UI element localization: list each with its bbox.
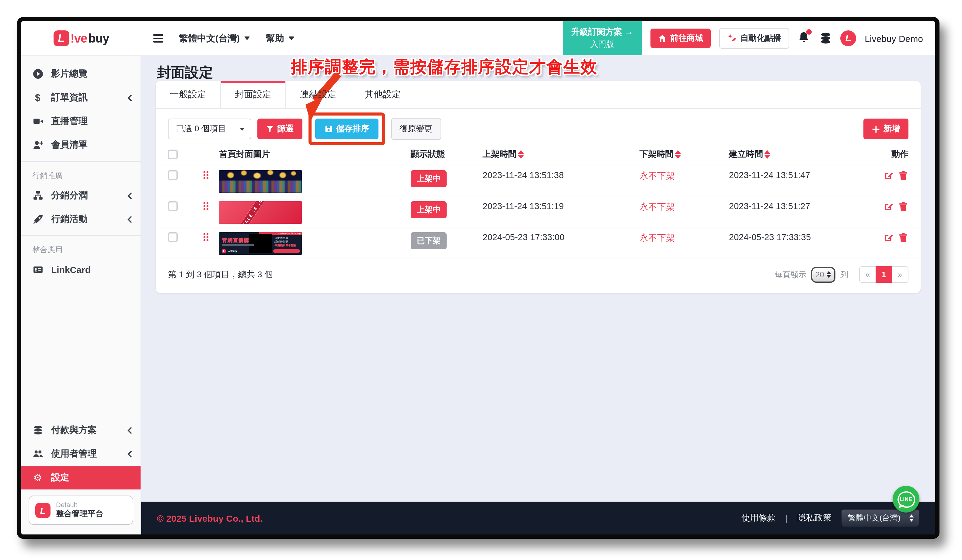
chevron-left-icon [127,450,132,457]
account-name[interactable]: Livebuy Demo [865,33,923,43]
account-avatar[interactable]: L [840,31,856,46]
main-content: 封面設定 排序調整完，需按儲存排序設定才會生效 一般設定 封面設定 連結設定 其… [141,56,935,502]
sidebar-item-affiliate[interactable]: 分銷分潤 [21,183,140,208]
banner-text-line: 講解給你聽 [274,240,288,243]
sidebar-item-users[interactable]: 使用者管理 [21,442,140,466]
upgrade-plan-button[interactable]: 升級訂閱方案 → 入門版 [563,21,642,55]
line-chat-fab[interactable]: LINE [893,486,919,513]
banner-center-block [249,234,272,253]
pager: « 1 » [859,266,909,283]
notifications-button[interactable] [798,31,811,46]
listed-at-value: 2023-11-24 13:51:19 [483,201,639,211]
banner-cta-pill [273,249,300,253]
language-dropdown[interactable]: 繁體中文(台灣) [179,32,250,44]
header-menu: 繁體中文(台灣) 幫助 [141,32,294,44]
table-toolbar: 已選 0 個項目 篩選 儲存排序 [156,109,921,148]
created-at-value: 2023-11-24 13:51:27 [729,201,874,211]
pager-next-button[interactable]: » [892,266,909,283]
cover-image-thumbnail[interactable]: Livebuy Live Streaming 官網直播購 直接找品牌 講解給你聽… [219,232,302,255]
workspace-logo: L [35,502,50,518]
sidebar-item-label: 行銷活動 [51,213,119,225]
table-header-row: 首頁封面圖片 顯示狀態 上架時間 下架時間 建立時間 動作 [156,148,921,165]
privacy-link[interactable]: 隱私政策 [797,513,831,523]
edit-icon[interactable] [883,232,894,243]
trash-icon[interactable] [898,170,909,180]
go-to-store-button[interactable]: 前往商城 [650,29,710,48]
help-dropdown[interactable]: 幫助 [266,32,294,44]
sort-icon[interactable] [518,150,524,159]
tab-links[interactable]: 連結設定 [286,81,350,108]
dollar-icon: $ [32,92,43,103]
drag-handle-icon[interactable] [202,170,210,180]
sidebar-item-livestream[interactable]: 直播管理 [21,109,140,133]
user-plus-icon [32,140,43,150]
livebuy-logo-text-1: !ve [71,31,87,45]
table-row: SALE SALE SALE 上架中 2023-11-24 13:51:19 永… [156,196,921,227]
selected-items-caret-button[interactable] [234,119,251,139]
listed-at-value: 2024-05-23 17:33:00 [483,232,639,242]
sort-icon[interactable] [675,150,681,159]
stack-icon[interactable] [820,32,832,45]
column-header-actions: 動作 [874,149,921,160]
undo-changes-label: 復原變更 [399,124,432,134]
add-button[interactable]: 新增 [864,119,909,139]
sidebar-item-campaigns[interactable]: 行銷活動 [21,208,140,231]
sidebar-item-orders[interactable]: $ 訂單資訊 [21,86,140,109]
sidebar-item-linkcard[interactable]: LinkCard [21,258,140,282]
hamburger-icon[interactable] [153,34,163,43]
workspace-name: Default [56,501,103,509]
workspace-switcher[interactable]: L Default 整合管理平台 [29,496,133,525]
livebuy-logo[interactable]: L !ve buy [53,31,109,46]
cover-image-thumbnail[interactable]: SALE SALE SALE [219,201,302,224]
per-page-select[interactable]: 20 [811,267,835,282]
banner-title: 官網直播購 [222,237,250,244]
column-header-created[interactable]: 建立時間 [729,149,874,160]
browser-window-frame: L !ve buy 繁體中文(台灣) 幫助 升級訂閱方案 → 入門版 [17,17,939,539]
edit-icon[interactable] [883,170,894,180]
undo-changes-button[interactable]: 復原變更 [391,118,441,140]
sidebar-item-members[interactable]: 會員清單 [21,133,140,157]
row-checkbox[interactable] [168,170,178,180]
tab-other[interactable]: 其他設定 [350,81,415,108]
trash-icon[interactable] [898,232,909,243]
body-row: 影片總覽 $ 訂單資訊 直播管理 會員清單 行銷推廣 [21,56,935,534]
settings-card: 一般設定 封面設定 連結設定 其他設定 已選 0 個項目 篩選 [156,81,921,293]
screenshot-stage: L !ve buy 繁體中文(台灣) 幫助 升級訂閱方案 → 入門版 [0,0,962,560]
cover-image-thumbnail[interactable] [219,170,302,193]
table-row: 上架中 2023-11-24 13:51:38 永不下架 2023-11-24 … [156,165,921,196]
column-header-unlisted[interactable]: 下架時間 [639,149,729,160]
column-header-listed[interactable]: 上架時間 [483,149,639,160]
tab-general[interactable]: 一般設定 [156,81,220,108]
sort-icon[interactable] [764,150,770,159]
rocket-icon [32,214,43,224]
terms-link[interactable]: 使用條款 [741,513,775,523]
drag-handle-icon[interactable] [202,232,210,242]
sidebar-item-settings[interactable]: ⚙ 設定 [21,466,140,489]
sidebar-spacer [21,282,140,418]
created-at-value: 2024-05-23 17:33:35 [729,232,874,242]
help-dropdown-label: 幫助 [266,32,284,44]
sidebar-divider [21,235,140,236]
pager-prev-button[interactable]: « [859,266,876,283]
row-checkbox[interactable] [168,201,178,211]
sidebar-item-billing[interactable]: 付款與方案 [21,418,140,442]
select-all-checkbox[interactable] [168,150,178,159]
row-checkbox[interactable] [168,232,178,242]
selected-items-label[interactable]: 已選 0 個項目 [168,119,234,139]
autoplay-button[interactable]: 自動化點播 [719,28,789,49]
sparkle-wand-icon [727,34,736,43]
drag-handle-icon[interactable] [202,201,210,211]
tab-cover[interactable]: 封面設定 [220,81,286,108]
sitemap-icon [32,190,43,201]
pager-page-1[interactable]: 1 [876,266,892,283]
workspace-platform: 整合管理平台 [56,509,103,519]
sidebar: 影片總覽 $ 訂單資訊 直播管理 會員清單 行銷推廣 [21,56,141,534]
sidebar-item-label: 設定 [51,472,132,483]
edit-icon[interactable] [883,201,894,212]
sidebar-item-videos[interactable]: 影片總覽 [21,62,140,86]
livebuy-logo-icon: L [53,31,69,46]
per-page-value: 20 [815,270,824,279]
chevron-left-icon [127,94,132,101]
trash-icon[interactable] [898,201,909,212]
video-camera-icon [32,116,43,127]
